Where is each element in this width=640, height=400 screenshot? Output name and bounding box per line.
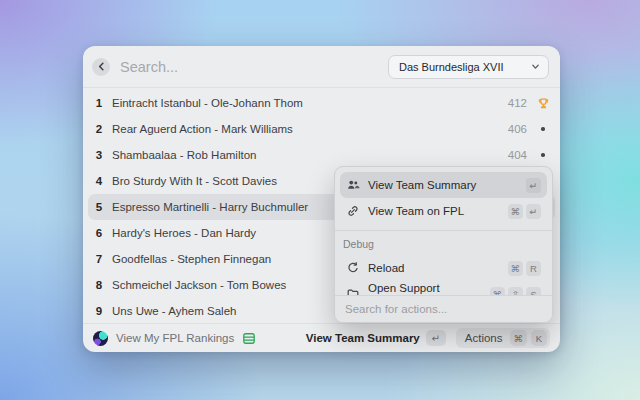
shortcut-keys: ⌘R — [508, 261, 542, 276]
rank-number: 9 — [92, 305, 106, 317]
link-icon — [346, 204, 360, 218]
menu-section-label: Debug — [340, 231, 547, 255]
team-name: Eintracht Istanbul - Ole-Johann Thom — [112, 97, 303, 109]
team-name: Uns Uwe - Ayhem Saleh — [112, 305, 236, 317]
action-search-bar — [335, 295, 552, 322]
actions-button[interactable]: Actions ⌘ K — [456, 328, 550, 348]
score: 404 — [508, 149, 527, 161]
back-arrow-icon — [96, 61, 107, 72]
menu-item[interactable]: Reload⌘R — [340, 255, 547, 281]
team-icon — [346, 178, 360, 192]
keycap: ↵ — [526, 178, 541, 193]
rank-number: 8 — [92, 279, 106, 291]
team-name: Goodfellas - Stephen Finnegan — [112, 253, 271, 265]
menu-item[interactable]: View Team Summary↵ — [340, 172, 547, 198]
rank-number: 6 — [92, 227, 106, 239]
rank-number: 2 — [92, 123, 106, 135]
menu-item-label: View Team Summary — [368, 179, 476, 191]
menu-item-label: Reload — [368, 262, 404, 274]
list-item[interactable]: 2Rear Aguerd Action - Mark Williams406 — [88, 116, 555, 142]
back-button[interactable] — [92, 58, 110, 76]
search-input[interactable] — [120, 59, 388, 75]
keycap: ⌘ — [508, 204, 524, 219]
card-icon — [242, 332, 256, 345]
footer: View My FPL Rankings View Team Summary ↵… — [83, 323, 560, 352]
dot-icon — [536, 127, 550, 131]
score: 412 — [508, 97, 527, 109]
rank-number: 5 — [92, 201, 106, 213]
team-name: Schmeichel Jackson - Tom Bowes — [112, 279, 286, 291]
keycap: ⌘ — [508, 261, 524, 276]
keycap: ↵ — [526, 204, 541, 219]
team-name: Shambaalaa - Rob Hamilton — [112, 149, 256, 161]
fpl-logo-icon — [93, 331, 108, 346]
rank-number: 3 — [92, 149, 106, 161]
team-name: Rear Aguerd Action - Mark Williams — [112, 123, 293, 135]
shortcut-keys: ⌘↵ — [508, 204, 542, 219]
league-dropdown-value: Das Burndesliga XVII — [399, 61, 531, 73]
action-menu: View Team Summary↵View Team on FPL⌘↵ Deb… — [334, 166, 553, 323]
actions-label: Actions — [465, 332, 503, 344]
trophy-icon — [536, 97, 550, 110]
action-menu-list: View Team Summary↵View Team on FPL⌘↵ Deb… — [335, 167, 552, 297]
team-name: Hardy's Heroes - Dan Hardy — [112, 227, 256, 239]
team-name: Bro Sturdy With It - Scott Davies — [112, 175, 277, 187]
cmd-keycap: ⌘ — [510, 330, 528, 346]
menu-item-label: View Team on FPL — [368, 205, 464, 217]
keycap: R — [526, 261, 541, 276]
k-keycap: K — [531, 330, 547, 346]
list-item[interactable]: 1Eintracht Istanbul - Ole-Johann Thom412 — [88, 90, 555, 116]
list-item[interactable]: 3Shambaalaa - Rob Hamilton404 — [88, 142, 555, 168]
primary-action-button[interactable]: View Team Summary — [306, 332, 420, 344]
menu-item[interactable]: View Team on FPL⌘↵ — [340, 198, 547, 224]
enter-keycap: ↵ — [426, 330, 446, 346]
command-title: View My FPL Rankings — [116, 332, 234, 344]
header: Das Burndesliga XVII — [83, 46, 560, 88]
action-menu-main: View Team Summary↵View Team on FPL⌘↵ — [340, 172, 547, 224]
team-name: Espresso Martinelli - Harry Buchmuller — [112, 201, 308, 213]
rank-number: 7 — [92, 253, 106, 265]
rank-number: 4 — [92, 175, 106, 187]
rank-number: 1 — [92, 97, 106, 109]
shortcut-keys: ↵ — [526, 178, 541, 193]
league-dropdown[interactable]: Das Burndesliga XVII — [388, 55, 549, 79]
action-search-input[interactable] — [345, 303, 542, 315]
score: 406 — [508, 123, 527, 135]
chevron-down-icon — [531, 62, 540, 71]
action-menu-debug: Reload⌘ROpen Support Directory⌘⇧S — [340, 255, 547, 297]
dot-icon — [536, 153, 550, 157]
reload-icon — [346, 261, 360, 275]
